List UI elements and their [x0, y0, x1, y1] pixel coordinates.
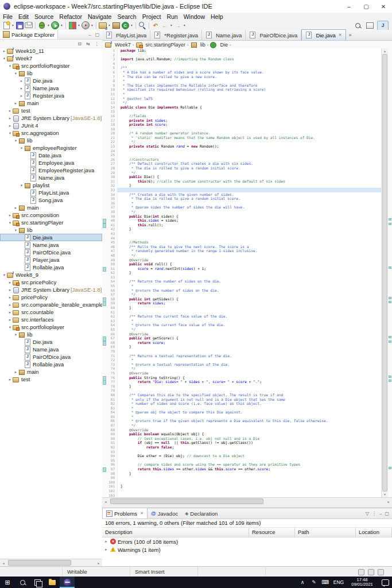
- new-class-button[interactable]: [121, 21, 130, 30]
- dropdown-arrow-icon[interactable]: ▾: [130, 24, 134, 27]
- dropdown-arrow-icon[interactable]: ▾: [183, 24, 187, 27]
- tree-item[interactable]: PlayList.java: [0, 189, 102, 196]
- overview-marker[interactable]: [389, 297, 391, 299]
- code-line[interactable]: 51 score = rand.nextInt(sides) + 1;: [102, 266, 382, 271]
- tree-item[interactable]: ▸Register.java: [0, 92, 102, 99]
- dropdown-arrow-icon[interactable]: ▾: [60, 24, 64, 27]
- menu-project[interactable]: Project: [139, 13, 164, 20]
- expand-arrow-icon[interactable]: ▸: [104, 539, 108, 544]
- code-line[interactable]: 41 this.roll();: [102, 223, 382, 227]
- menu-edit[interactable]: Edit: [15, 13, 32, 20]
- code-line[interactable]: 44: [102, 236, 382, 241]
- code-line[interactable]: 53: [102, 275, 382, 280]
- tree-expand-icon[interactable]: ▾: [7, 325, 13, 330]
- tree-expand-icon[interactable]: ▸: [19, 94, 24, 98]
- code-line[interactable]: 74 */: [102, 366, 382, 371]
- java-perspective-button[interactable]: J: [377, 21, 389, 30]
- package-explorer-tab[interactable]: Package Explorer: [0, 30, 58, 39]
- code-line[interactable]: 95: [102, 458, 382, 463]
- overview-marker[interactable]: [389, 223, 391, 225]
- view-tab-declaration[interactable]: ◈Declaration: [181, 508, 221, 519]
- scroll-down-icon[interactable]: ▾: [382, 492, 388, 497]
- menu-search[interactable]: Search: [114, 13, 139, 20]
- code-line[interactable]: 103: [102, 493, 382, 497]
- breadcrumb-item[interactable]: src.startingPlayer: [136, 41, 186, 48]
- code-line[interactable]: 78 }: [102, 384, 382, 389]
- code-line[interactable]: 55 *: [102, 284, 382, 288]
- code-line[interactable]: 71 /** Returns a textual representation …: [102, 354, 382, 358]
- code-line[interactable]: 61: [102, 310, 382, 315]
- code-line[interactable]: 93: [102, 450, 382, 454]
- menu-refactor[interactable]: Refactor: [56, 13, 85, 20]
- editor-hscrollbar[interactable]: ◂ ▸: [102, 497, 392, 505]
- code-line[interactable]: 54 /** Returns the number of sides on th…: [102, 279, 382, 284]
- tree-item[interactable]: Die.java: [0, 234, 102, 241]
- tree-expand-icon[interactable]: ▾: [7, 131, 13, 136]
- tree-item[interactable]: ▸src.pricePolicy: [0, 278, 102, 286]
- code-line[interactable]: 96 // compare sides and score using the …: [102, 462, 382, 467]
- code-line[interactable]: 67 public int getScore() {: [102, 336, 382, 341]
- search-button[interactable]: [138, 21, 147, 30]
- scrollbar-thumb[interactable]: [8, 560, 71, 566]
- code-line[interactable]: 97 return this.sides == other.sides && t…: [102, 467, 382, 471]
- code-line[interactable]: 45 //Methods: [102, 240, 382, 245]
- close-button[interactable]: ✕: [375, 0, 392, 13]
- tree-expand-icon[interactable]: ▸: [13, 370, 18, 374]
- view-menu-icon[interactable]: ⋮: [94, 41, 100, 47]
- code-line[interactable]: 46 /** Rolls the die to give the next sc…: [102, 245, 382, 249]
- code-line[interactable]: 24: [102, 149, 382, 153]
- scroll-right-icon[interactable]: ▸: [95, 561, 102, 565]
- new-wizard-button[interactable]: [2, 21, 11, 30]
- code-line[interactable]: 36 *: [102, 201, 382, 206]
- code-line[interactable]: 56 * @return the number of sides on the …: [102, 288, 382, 293]
- tree-expand-icon[interactable]: ▾: [13, 138, 18, 143]
- dropdown-arrow-icon[interactable]: ▾: [90, 24, 94, 27]
- coverage-button[interactable]: [68, 21, 77, 30]
- column-header-description[interactable]: Description: [102, 528, 249, 537]
- code-line[interactable]: 76 public String toString() {: [102, 376, 382, 380]
- pen-icon[interactable]: ✎: [308, 579, 320, 585]
- dropdown-arrow-icon[interactable]: ▾: [46, 24, 51, 27]
- tree-item[interactable]: ▸main: [0, 99, 102, 107]
- back-button[interactable]: ←: [160, 21, 169, 30]
- editor-tab[interactable]: PlayList.java: [102, 30, 150, 40]
- code-line[interactable]: 69 }: [102, 345, 382, 349]
- language-indicator[interactable]: ENG: [331, 579, 346, 585]
- code-line[interactable]: 25: [102, 153, 382, 157]
- tree-item[interactable]: EmployeeRegister.java: [0, 167, 102, 174]
- code-line[interactable]: 73 * @return a textual representation of…: [102, 362, 382, 367]
- scrollbar-track[interactable]: [109, 498, 385, 505]
- tree-item[interactable]: ▸src.countable: [0, 308, 102, 316]
- scroll-right-icon[interactable]: ▸: [385, 500, 392, 504]
- run-button[interactable]: [51, 21, 60, 30]
- status-bar-icon[interactable]: [378, 569, 384, 575]
- tree-item[interactable]: Rollable.java: [0, 264, 102, 271]
- collapse-all-icon[interactable]: ⊟: [76, 41, 83, 47]
- code-line[interactable]: 101}: [102, 484, 382, 489]
- view-tab-problems[interactable]: Problems✕: [102, 508, 148, 519]
- tree-item[interactable]: Die.java: [0, 338, 102, 346]
- tree-item[interactable]: ▾lib: [0, 69, 102, 77]
- code-line[interactable]: 7 * The die can be rolled to give a new …: [102, 75, 382, 79]
- save-button[interactable]: [15, 21, 24, 30]
- code-line[interactable]: 40 this.sides = sides;: [102, 218, 382, 223]
- code-line[interactable]: 92 return false;: [102, 445, 382, 450]
- code-line[interactable]: 4: [102, 61, 382, 66]
- code-line[interactable]: 12 * @author lw75: [102, 96, 382, 101]
- close-view-icon[interactable]: ✕: [140, 511, 143, 516]
- maximize-view-icon[interactable]: ▢: [94, 32, 100, 37]
- taskbar-eclipse-button[interactable]: [60, 577, 75, 588]
- code-line[interactable]: 28 * The die is rolled to give a random …: [102, 166, 382, 171]
- code-line[interactable]: 20 /* A random number generator instance…: [102, 131, 382, 136]
- code-line[interactable]: 39 public Die(int sides) {: [102, 214, 382, 219]
- code-line[interactable]: 43: [102, 231, 382, 236]
- status-bar-icon[interactable]: [368, 569, 374, 575]
- code-line[interactable]: 49 @Override: [102, 258, 382, 262]
- close-tab-icon[interactable]: ✕: [339, 33, 342, 37]
- scroll-up-icon[interactable]: ▴: [382, 48, 388, 54]
- tree-item[interactable]: ▾src.startingPlayer: [0, 219, 102, 226]
- scroll-left-icon[interactable]: ◂: [0, 561, 7, 565]
- print-button[interactable]: [24, 21, 33, 30]
- menu-help[interactable]: Help: [208, 13, 226, 20]
- tree-expand-icon[interactable]: ▾: [19, 146, 24, 150]
